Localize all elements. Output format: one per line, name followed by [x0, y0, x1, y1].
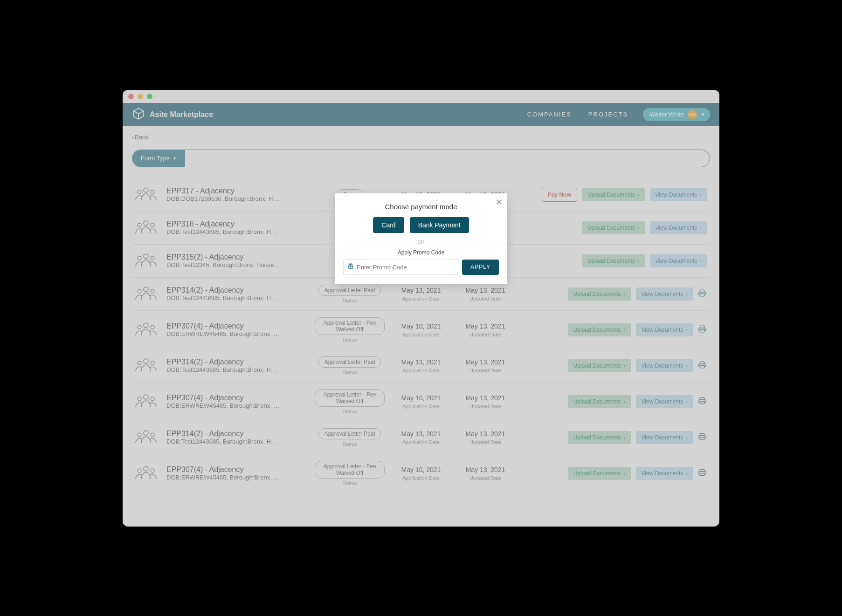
gift-icon — [347, 263, 354, 271]
close-icon[interactable]: ✕ — [496, 197, 503, 207]
card-payment-button[interactable]: Card — [373, 217, 404, 233]
promo-code-input[interactable] — [357, 260, 454, 274]
or-label: OR — [418, 240, 425, 245]
promo-input-wrap — [343, 260, 458, 275]
promo-title: Apply Promo Code — [343, 249, 499, 256]
bank-payment-button[interactable]: Bank Payment — [410, 217, 469, 233]
app-window: Asite Marketplace COMPANIES PROJECTS Wal… — [123, 90, 719, 527]
modal-title: Choose payment mode — [343, 203, 499, 211]
apply-promo-button[interactable]: APPLY — [462, 260, 499, 275]
modal-overlay[interactable]: ✕ Choose payment mode Card Bank Payment … — [123, 90, 719, 527]
payment-modal: ✕ Choose payment mode Card Bank Payment … — [335, 193, 507, 284]
or-divider: OR — [343, 240, 499, 245]
